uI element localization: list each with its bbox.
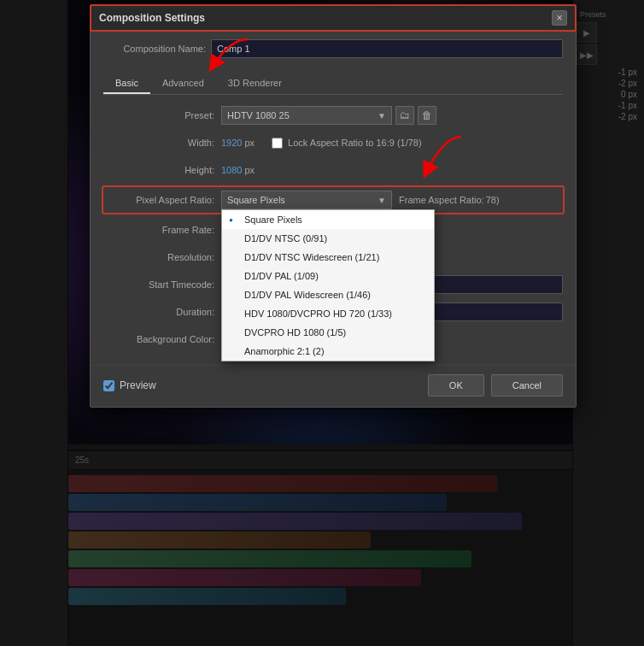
pixel-aspect-label: Pixel Aspect Ratio:	[103, 195, 214, 205]
footer-buttons: OK Cancel	[428, 374, 563, 396]
ok-button[interactable]: OK	[428, 374, 484, 396]
frame-aspect-value: 78)	[486, 195, 500, 205]
preset-label: Preset:	[103, 110, 214, 120]
width-unit: px	[244, 138, 255, 148]
height-row: Height: 1080 px	[103, 160, 563, 180]
preset-select[interactable]: HDTV 1080 25 ▼	[221, 106, 392, 125]
pixel-aspect-dropdown-container: Square Pixels ▼ Square Pixels D1/DV NTSC…	[221, 191, 392, 209]
dropdown-item-6[interactable]: DVCPRO HD 1080 (1/5)	[222, 323, 434, 342]
dropdown-item-1[interactable]: D1/DV NTSC (0/91)	[222, 229, 434, 248]
comp-name-row: Composition Name:	[103, 39, 563, 65]
cancel-button[interactable]: Cancel	[491, 374, 563, 396]
preview-checkbox[interactable]	[103, 380, 114, 391]
preset-delete-icon[interactable]: 🗑	[418, 106, 436, 125]
preset-value: HDTV 1080 25	[227, 110, 290, 120]
tabs: Basic Advanced 3D Renderer	[103, 73, 563, 95]
lock-aspect-label: Lock Aspect Ratio to 16:9 (1/78)	[288, 138, 422, 148]
pixel-aspect-arrow-icon: ▼	[378, 196, 386, 205]
dropdown-item-2[interactable]: D1/DV NTSC Widescreen (1/21)	[222, 248, 434, 267]
pixel-aspect-value: Square Pixels	[227, 195, 285, 205]
composition-settings-dialog: Composition Settings × Composition Name:…	[90, 4, 577, 408]
start-timecode-label: Start Timecode:	[103, 279, 214, 290]
comp-name-input[interactable]	[211, 39, 563, 58]
tab-3d-renderer[interactable]: 3D Renderer	[216, 73, 294, 94]
height-value[interactable]: 1080	[221, 165, 242, 175]
dialog-title: Composition Settings	[99, 12, 205, 24]
preview-check: Preview	[103, 379, 156, 391]
preset-row: Preset: HDTV 1080 25 ▼ 🗂 🗑	[103, 105, 563, 126]
preview-label: Preview	[120, 379, 156, 391]
preset-controls: HDTV 1080 25 ▼ 🗂 🗑	[221, 106, 436, 125]
dropdown-item-0[interactable]: Square Pixels	[222, 210, 434, 229]
frame-aspect-label: Frame Aspect Ratio:	[399, 195, 484, 205]
dropdown-item-5[interactable]: HDV 1080/DVCPRO HD 720 (1/33)	[222, 304, 434, 323]
dialog-body: Composition Name: Basic Advanced 3D Rend…	[91, 31, 576, 365]
tab-basic[interactable]: Basic	[103, 73, 150, 94]
width-value[interactable]: 1920	[221, 138, 242, 148]
tab-advanced[interactable]: Advanced	[150, 73, 216, 94]
lock-aspect-checkbox[interactable]	[272, 138, 283, 149]
dropdown-item-4[interactable]: D1/DV PAL Widescreen (1/46)	[222, 285, 434, 304]
dialog-titlebar: Composition Settings ×	[91, 5, 576, 31]
close-button[interactable]: ×	[552, 10, 567, 26]
preset-save-icon[interactable]: 🗂	[395, 106, 414, 125]
pixel-aspect-dropdown: Square Pixels D1/DV NTSC (0/91) D1/DV NT…	[221, 209, 435, 361]
duration-label: Duration:	[103, 307, 214, 317]
width-label: Width:	[103, 138, 214, 148]
preset-arrow-icon: ▼	[378, 111, 386, 120]
width-row: Width: 1920 px Lock Aspect Ratio to 16:9…	[103, 132, 563, 153]
frame-rate-label: Frame Rate:	[103, 225, 214, 235]
dropdown-item-7[interactable]: Anamorphic 2:1 (2)	[222, 342, 434, 361]
dialog-footer: Preview OK Cancel	[91, 365, 576, 407]
comp-name-label: Composition Name:	[103, 44, 206, 54]
resolution-label: Resolution:	[103, 252, 214, 262]
close-icon: ×	[556, 12, 562, 24]
pixel-aspect-row: Pixel Aspect Ratio: Square Pixels ▼ Squa…	[103, 187, 563, 213]
pixel-aspect-select[interactable]: Square Pixels ▼	[221, 191, 392, 209]
dropdown-item-3[interactable]: D1/DV PAL (1/09)	[222, 267, 434, 285]
height-label: Height:	[103, 165, 214, 175]
bg-color-label: Background Color:	[103, 334, 214, 344]
height-unit: px	[244, 165, 255, 175]
